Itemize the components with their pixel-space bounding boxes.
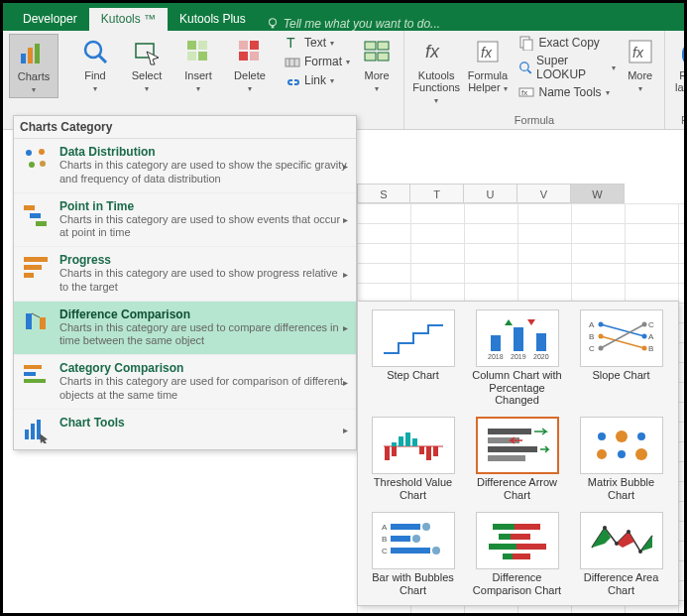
category-chart-tools[interactable]: Chart Tools ▸ <box>14 410 356 449</box>
category-title: Chart Tools <box>59 416 348 430</box>
svg-rect-57 <box>491 335 501 351</box>
svg-rect-28 <box>523 40 532 51</box>
delete-button[interactable]: Delete▾ <box>225 34 275 96</box>
find-button[interactable]: Find▾ <box>70 34 120 96</box>
chevron-right-icon: ▸ <box>343 322 348 333</box>
more2-button[interactable]: fx More▾ <box>622 34 658 96</box>
more-button[interactable]: More▾ <box>356 34 398 96</box>
exact-copy-button[interactable]: Exact Copy <box>515 34 620 52</box>
column-headers: S T U V W <box>357 184 625 203</box>
category-category-comparison[interactable]: Category ComparisonCharts in this catego… <box>14 355 356 410</box>
svg-point-69 <box>598 322 603 327</box>
svg-text:T: T <box>286 35 295 51</box>
gallery-difference-arrow[interactable]: Difference Arrow Chart <box>468 415 566 504</box>
gallery-diff-comparison[interactable]: Difference Comparison Chart <box>468 510 566 599</box>
category-data-distribution[interactable]: Data DistributionCharts in this category… <box>14 139 356 193</box>
tab-kutools-plus[interactable]: Kutools Plus <box>168 8 258 31</box>
gallery-label: Bar with Bubbles Chart <box>366 571 460 597</box>
chevron-right-icon: ▸ <box>343 376 348 387</box>
gallery-label: Column Chart with Percentage Changed <box>470 369 564 407</box>
col-header[interactable]: T <box>410 184 464 203</box>
col-header[interactable]: S <box>357 184 410 203</box>
slope-chart-icon: ABCCAB <box>580 309 663 367</box>
svg-text:A: A <box>648 332 654 341</box>
gallery-matrix-bubble[interactable]: Matrix Bubble Chart <box>572 415 670 504</box>
svg-point-103 <box>432 547 440 554</box>
svg-point-0 <box>269 19 276 26</box>
category-progress[interactable]: ProgressCharts in this category are used… <box>14 247 356 302</box>
gallery-step-chart[interactable]: Step Chart <box>364 308 462 409</box>
fx-icon: fx <box>420 36 452 67</box>
gallery-bar-bubbles[interactable]: ABC Bar with Bubbles Chart <box>364 510 462 599</box>
rerun-button[interactable]: Re-run last utiliti <box>671 34 687 95</box>
more-label: More <box>364 69 389 81</box>
svg-point-35 <box>26 150 32 156</box>
svg-rect-14 <box>239 52 248 61</box>
svg-rect-42 <box>24 257 48 262</box>
svg-point-101 <box>422 523 430 531</box>
diff-arrow-icon <box>476 417 559 474</box>
svg-text:2018: 2018 <box>488 353 504 360</box>
gallery-column-pct[interactable]: 201820192020 Column Chart with Percentag… <box>468 308 566 409</box>
svg-point-74 <box>641 322 646 327</box>
tab-developer[interactable]: Developer <box>11 8 89 31</box>
svg-rect-43 <box>24 265 42 270</box>
gallery-threshold-chart[interactable]: Threshold Value Chart <box>364 415 462 504</box>
svg-line-30 <box>528 70 531 73</box>
text-button[interactable]: TText ▾ <box>281 34 354 52</box>
link-button[interactable]: Link ▾ <box>281 71 354 89</box>
charts-button[interactable]: Charts▾ <box>9 34 58 98</box>
col-header[interactable]: U <box>464 184 517 203</box>
svg-rect-59 <box>536 333 546 351</box>
copy-icon <box>518 35 534 51</box>
gallery-slope-chart[interactable]: ABCCAB Slope Chart <box>572 308 670 409</box>
svg-rect-98 <box>391 524 420 530</box>
gallery-label: Difference Arrow Chart <box>470 476 564 502</box>
svg-text:fx: fx <box>425 42 440 62</box>
format-button[interactable]: Format ▾ <box>281 53 354 70</box>
kutools-functions-button[interactable]: fx Kutools Functions ▾ <box>410 34 462 108</box>
col-header[interactable]: V <box>517 184 571 203</box>
formula-helper-button[interactable]: fx Formula Helper ▾ <box>464 34 511 96</box>
more-icon <box>361 36 393 67</box>
tab-kutools[interactable]: Kutools ™ <box>89 8 168 31</box>
kutools-functions-label: Kutools Functions <box>412 69 460 93</box>
svg-line-66 <box>601 324 644 336</box>
category-difference-comparison[interactable]: Difference ComparisonCharts in this cate… <box>14 302 356 356</box>
link-icon <box>285 72 300 88</box>
category-title: Progress <box>59 253 348 267</box>
svg-rect-76 <box>385 446 390 460</box>
chevron-down-icon: ▾ <box>248 84 252 93</box>
super-lookup-button[interactable]: Super LOOKUP ▾ <box>515 53 620 82</box>
col-header[interactable]: W <box>571 184 625 203</box>
name-tools-label: Name Tools <box>538 85 601 99</box>
matrix-bubble-icon <box>580 417 663 474</box>
chevron-right-icon: ▸ <box>343 268 348 279</box>
svg-point-89 <box>598 432 606 440</box>
svg-rect-87 <box>488 446 537 452</box>
format-icon <box>285 54 300 69</box>
name-tools-button[interactable]: fxName Tools ▾ <box>515 83 620 101</box>
tell-me-label: Tell me what you want to do... <box>284 17 440 31</box>
tell-me[interactable]: Tell me what you want to do... <box>266 17 440 31</box>
svg-rect-108 <box>516 544 546 550</box>
svg-text:fx: fx <box>632 45 644 61</box>
svg-rect-99 <box>391 536 410 542</box>
svg-rect-11 <box>198 52 207 61</box>
step-chart-icon <box>372 309 455 367</box>
svg-rect-9 <box>198 41 207 50</box>
svg-rect-41 <box>36 221 47 226</box>
gallery-diff-area[interactable]: Difference Area Chart <box>572 510 670 599</box>
select-button[interactable]: Select▾ <box>122 34 172 96</box>
category-title: Category Comparison <box>59 361 348 375</box>
svg-text:C: C <box>589 344 595 353</box>
svg-point-73 <box>598 346 603 351</box>
chevron-down-icon: ▾ <box>606 88 610 97</box>
svg-rect-80 <box>405 432 410 446</box>
category-desc: Charts in this category are used to show… <box>59 159 348 186</box>
svg-text:2020: 2020 <box>533 353 549 360</box>
fx-box-icon: fx <box>625 36 656 67</box>
category-point-in-time[interactable]: Point in TimeCharts in this category are… <box>14 193 356 248</box>
data-distribution-icon <box>22 145 50 173</box>
insert-button[interactable]: Insert▾ <box>173 34 223 96</box>
